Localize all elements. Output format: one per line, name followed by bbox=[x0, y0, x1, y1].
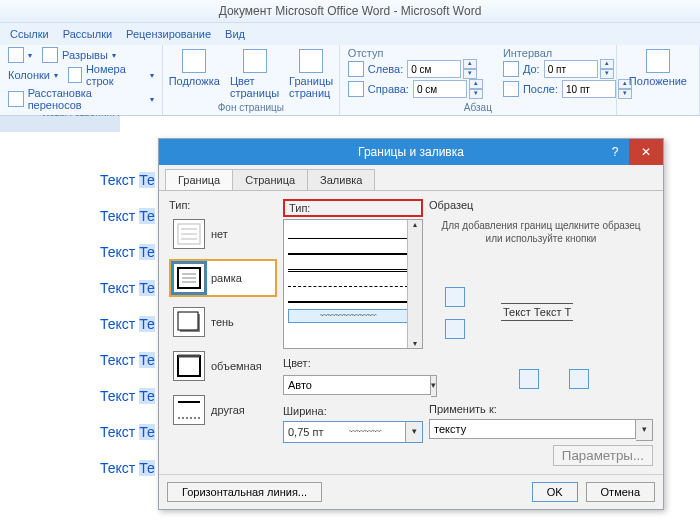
group-page-setup: ▾ Разрывы▾ Колонки▾ Номера строк▾ Расста… bbox=[0, 45, 163, 115]
type-shadow[interactable]: тень bbox=[169, 303, 277, 341]
ribbon-tabs: Ссылки Рассылки Рецензирование Вид bbox=[0, 23, 700, 45]
color-combo[interactable]: ▾ bbox=[283, 375, 423, 397]
type-none-icon bbox=[173, 219, 205, 249]
style-option[interactable] bbox=[288, 278, 408, 287]
color-value[interactable] bbox=[283, 375, 431, 395]
indent-left-row: Слева: ▴▾ bbox=[348, 59, 483, 79]
help-button[interactable]: ? bbox=[601, 139, 629, 165]
position-icon bbox=[646, 49, 670, 73]
style-scrollbar[interactable]: ▴▾ bbox=[407, 220, 422, 348]
indent-label: Отступ bbox=[348, 47, 483, 59]
spacing-before-spinner[interactable]: ▴▾ bbox=[544, 59, 614, 79]
tab-page[interactable]: Страница bbox=[232, 169, 308, 190]
tab-review[interactable]: Рецензирование bbox=[126, 28, 211, 40]
page-color-icon bbox=[243, 49, 267, 73]
tab-view[interactable]: Вид bbox=[225, 28, 245, 40]
tab-shading[interactable]: Заливка bbox=[307, 169, 375, 190]
type-box-icon bbox=[173, 263, 205, 293]
spacing-before-row: До: ▴▾ bbox=[503, 59, 632, 79]
preview-hint: Для добавления границ щелкните образец и… bbox=[429, 215, 653, 249]
hyphenation-button[interactable]: Расстановка переносов▾ bbox=[8, 87, 154, 111]
apply-to-value[interactable] bbox=[429, 419, 636, 439]
preview-label: Образец bbox=[429, 199, 653, 211]
position-button[interactable]: Положение bbox=[625, 47, 691, 89]
width-value: 0,75 пт bbox=[284, 426, 345, 438]
border-bottom-button[interactable] bbox=[445, 319, 465, 339]
apply-to-row: Применить к: ▾ Параметры... bbox=[429, 403, 653, 466]
spin-up-icon[interactable]: ▴ bbox=[463, 59, 477, 69]
type-custom[interactable]: другая bbox=[169, 391, 277, 429]
margins-button[interactable]: ▾ Разрывы▾ bbox=[8, 47, 154, 63]
type-3d[interactable]: объемная bbox=[169, 347, 277, 385]
spacing-after-input[interactable] bbox=[562, 80, 616, 98]
scroll-down-icon[interactable]: ▾ bbox=[413, 339, 417, 348]
indent-right-spinner[interactable]: ▴▾ bbox=[413, 79, 483, 99]
watermark-button[interactable]: Подложка bbox=[165, 47, 224, 101]
type-box[interactable]: рамка bbox=[169, 259, 277, 297]
style-listbox[interactable]: 〰〰〰〰〰〰〰 ▴▾ bbox=[283, 219, 423, 349]
ok-button[interactable]: OK bbox=[532, 482, 578, 502]
dialog-titlebar[interactable]: Границы и заливка ? ✕ bbox=[159, 139, 663, 165]
spacing-after-icon bbox=[503, 81, 519, 97]
tab-border[interactable]: Граница bbox=[165, 169, 233, 190]
border-left-button[interactable] bbox=[519, 369, 539, 389]
style-option[interactable] bbox=[288, 261, 408, 272]
group-label-paragraph: Абзац bbox=[348, 102, 608, 113]
type-shadow-icon bbox=[173, 307, 205, 337]
style-option[interactable] bbox=[288, 230, 408, 239]
dialog-footer: Горизонтальная линия... OK Отмена bbox=[159, 474, 663, 509]
svg-rect-9 bbox=[178, 312, 198, 330]
dropdown-icon[interactable]: ▾ bbox=[636, 419, 653, 441]
border-right-button[interactable] bbox=[569, 369, 589, 389]
type-none[interactable]: нет bbox=[169, 215, 277, 253]
spacing-before-icon bbox=[503, 61, 519, 77]
margins-icon bbox=[8, 47, 24, 63]
page-color-button[interactable]: Цвет страницы bbox=[226, 47, 283, 101]
close-button[interactable]: ✕ bbox=[629, 139, 663, 165]
watermark-icon bbox=[182, 49, 206, 73]
apply-to-combo[interactable]: ▾ bbox=[429, 419, 653, 441]
dialog-body: Тип: нет рамка тень объемная bbox=[159, 191, 663, 485]
line-numbers-icon bbox=[68, 67, 82, 83]
width-wave-preview: 〰〰〰〰 bbox=[345, 427, 406, 437]
tab-links[interactable]: Ссылки bbox=[10, 28, 49, 40]
spin-down-icon[interactable]: ▾ bbox=[463, 69, 477, 79]
window-title: Документ Microsoft Office Word - Microso… bbox=[219, 4, 482, 18]
preview-area[interactable]: Текст Текст Т bbox=[429, 249, 653, 399]
indent-left-input[interactable] bbox=[407, 60, 461, 78]
hyphenation-icon bbox=[8, 91, 24, 107]
horizontal-line-button[interactable]: Горизонтальная линия... bbox=[167, 482, 322, 502]
dropdown-icon[interactable]: ▾ bbox=[405, 422, 422, 442]
scroll-up-icon[interactable]: ▴ bbox=[413, 220, 417, 229]
type-custom-icon bbox=[173, 395, 205, 425]
ribbon: ▾ Разрывы▾ Колонки▾ Номера строк▾ Расста… bbox=[0, 45, 700, 116]
page-borders-button[interactable]: Границы страниц bbox=[285, 47, 337, 101]
group-label-page-background: Фон страницы bbox=[171, 102, 331, 113]
indent-right-input[interactable] bbox=[413, 80, 467, 98]
tab-mailings[interactable]: Рассылки bbox=[63, 28, 112, 40]
title-bar: Документ Microsoft Office Word - Microso… bbox=[0, 0, 700, 23]
breaks-icon bbox=[42, 47, 58, 63]
dialog-tabs: Граница Страница Заливка bbox=[159, 165, 663, 191]
indent-right-icon bbox=[348, 81, 364, 97]
spacing-before-input[interactable] bbox=[544, 60, 598, 78]
indent-left-icon bbox=[348, 61, 364, 77]
style-option[interactable] bbox=[288, 245, 408, 255]
style-option-selected[interactable]: 〰〰〰〰〰〰〰 bbox=[288, 309, 408, 323]
width-label: Ширина: bbox=[283, 405, 423, 417]
indent-left-spinner[interactable]: ▴▾ bbox=[407, 59, 477, 79]
page-borders-icon bbox=[299, 49, 323, 73]
border-top-button[interactable] bbox=[445, 287, 465, 307]
style-option[interactable] bbox=[288, 293, 408, 303]
group-arrange: Положение bbox=[617, 45, 700, 115]
color-label: Цвет: bbox=[283, 357, 423, 369]
type-column: Тип: нет рамка тень объемная bbox=[169, 199, 277, 479]
spacing-after-row: После: ▴▾ bbox=[503, 79, 632, 99]
columns-button[interactable]: Колонки▾ Номера строк▾ bbox=[8, 63, 154, 87]
options-button: Параметры... bbox=[553, 445, 653, 466]
style-column: Тип: 〰〰〰〰〰〰〰 ▴▾ Цвет: ▾ Ширина: bbox=[283, 199, 423, 479]
preview-column: Образец Для добавления границ щелкните о… bbox=[429, 199, 653, 479]
width-combo[interactable]: 0,75 пт 〰〰〰〰 ▾ bbox=[283, 421, 423, 443]
app-window: Документ Microsoft Office Word - Microso… bbox=[0, 0, 700, 520]
cancel-button[interactable]: Отмена bbox=[586, 482, 655, 502]
